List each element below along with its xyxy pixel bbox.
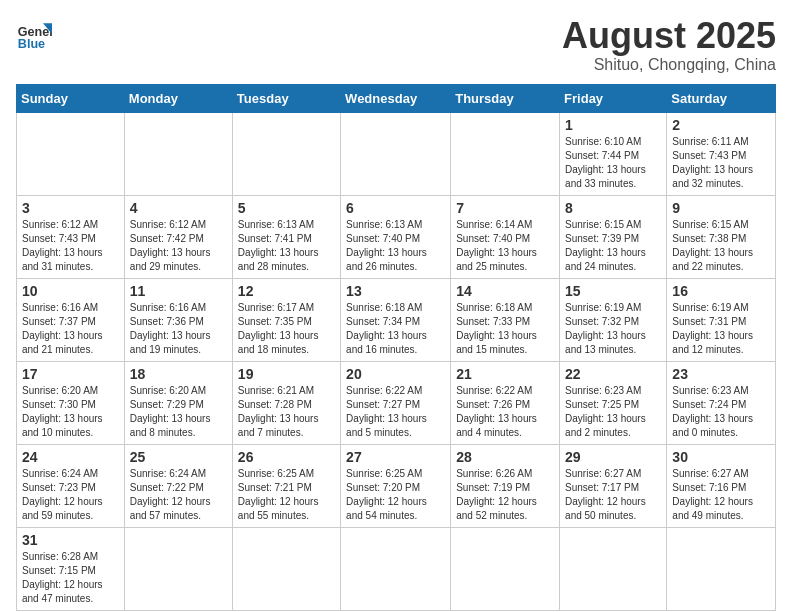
day-info: Sunrise: 6:12 AM Sunset: 7:42 PM Dayligh… — [130, 218, 227, 274]
day-number: 9 — [672, 200, 770, 216]
calendar-cell — [17, 112, 125, 195]
day-number: 29 — [565, 449, 661, 465]
day-number: 25 — [130, 449, 227, 465]
page-header: General Blue August 2025 Shituo, Chongqi… — [16, 16, 776, 74]
day-info: Sunrise: 6:27 AM Sunset: 7:16 PM Dayligh… — [672, 467, 770, 523]
day-info: Sunrise: 6:18 AM Sunset: 7:33 PM Dayligh… — [456, 301, 554, 357]
calendar-cell: 31Sunrise: 6:28 AM Sunset: 7:15 PM Dayli… — [17, 527, 125, 610]
day-number: 7 — [456, 200, 554, 216]
day-number: 23 — [672, 366, 770, 382]
day-number: 4 — [130, 200, 227, 216]
day-number: 24 — [22, 449, 119, 465]
day-info: Sunrise: 6:26 AM Sunset: 7:19 PM Dayligh… — [456, 467, 554, 523]
day-number: 27 — [346, 449, 445, 465]
weekday-header-saturday: Saturday — [667, 84, 776, 112]
calendar-cell: 18Sunrise: 6:20 AM Sunset: 7:29 PM Dayli… — [124, 361, 232, 444]
day-number: 11 — [130, 283, 227, 299]
calendar-cell: 24Sunrise: 6:24 AM Sunset: 7:23 PM Dayli… — [17, 444, 125, 527]
calendar-cell: 7Sunrise: 6:14 AM Sunset: 7:40 PM Daylig… — [451, 195, 560, 278]
calendar-cell: 22Sunrise: 6:23 AM Sunset: 7:25 PM Dayli… — [560, 361, 667, 444]
day-info: Sunrise: 6:13 AM Sunset: 7:41 PM Dayligh… — [238, 218, 335, 274]
calendar-cell — [124, 112, 232, 195]
logo: General Blue — [16, 16, 52, 52]
calendar-cell: 23Sunrise: 6:23 AM Sunset: 7:24 PM Dayli… — [667, 361, 776, 444]
day-info: Sunrise: 6:19 AM Sunset: 7:31 PM Dayligh… — [672, 301, 770, 357]
day-info: Sunrise: 6:23 AM Sunset: 7:25 PM Dayligh… — [565, 384, 661, 440]
calendar-cell: 1Sunrise: 6:10 AM Sunset: 7:44 PM Daylig… — [560, 112, 667, 195]
calendar-cell: 14Sunrise: 6:18 AM Sunset: 7:33 PM Dayli… — [451, 278, 560, 361]
day-number: 18 — [130, 366, 227, 382]
location-title: Shituo, Chongqing, China — [562, 56, 776, 74]
day-info: Sunrise: 6:10 AM Sunset: 7:44 PM Dayligh… — [565, 135, 661, 191]
day-number: 28 — [456, 449, 554, 465]
weekday-header-tuesday: Tuesday — [232, 84, 340, 112]
calendar-week-row: 10Sunrise: 6:16 AM Sunset: 7:37 PM Dayli… — [17, 278, 776, 361]
day-number: 6 — [346, 200, 445, 216]
day-info: Sunrise: 6:16 AM Sunset: 7:37 PM Dayligh… — [22, 301, 119, 357]
calendar-cell: 11Sunrise: 6:16 AM Sunset: 7:36 PM Dayli… — [124, 278, 232, 361]
calendar-cell: 17Sunrise: 6:20 AM Sunset: 7:30 PM Dayli… — [17, 361, 125, 444]
calendar-cell — [560, 527, 667, 610]
calendar-cell: 28Sunrise: 6:26 AM Sunset: 7:19 PM Dayli… — [451, 444, 560, 527]
day-info: Sunrise: 6:22 AM Sunset: 7:26 PM Dayligh… — [456, 384, 554, 440]
day-number: 19 — [238, 366, 335, 382]
day-number: 17 — [22, 366, 119, 382]
day-info: Sunrise: 6:18 AM Sunset: 7:34 PM Dayligh… — [346, 301, 445, 357]
calendar-cell: 30Sunrise: 6:27 AM Sunset: 7:16 PM Dayli… — [667, 444, 776, 527]
calendar-cell: 8Sunrise: 6:15 AM Sunset: 7:39 PM Daylig… — [560, 195, 667, 278]
day-number: 12 — [238, 283, 335, 299]
day-info: Sunrise: 6:24 AM Sunset: 7:22 PM Dayligh… — [130, 467, 227, 523]
calendar-cell: 2Sunrise: 6:11 AM Sunset: 7:43 PM Daylig… — [667, 112, 776, 195]
calendar-cell: 6Sunrise: 6:13 AM Sunset: 7:40 PM Daylig… — [341, 195, 451, 278]
title-area: August 2025 Shituo, Chongqing, China — [562, 16, 776, 74]
weekday-header-monday: Monday — [124, 84, 232, 112]
day-info: Sunrise: 6:13 AM Sunset: 7:40 PM Dayligh… — [346, 218, 445, 274]
calendar-cell: 26Sunrise: 6:25 AM Sunset: 7:21 PM Dayli… — [232, 444, 340, 527]
calendar-cell: 4Sunrise: 6:12 AM Sunset: 7:42 PM Daylig… — [124, 195, 232, 278]
calendar-cell: 12Sunrise: 6:17 AM Sunset: 7:35 PM Dayli… — [232, 278, 340, 361]
day-info: Sunrise: 6:16 AM Sunset: 7:36 PM Dayligh… — [130, 301, 227, 357]
calendar-cell — [451, 112, 560, 195]
calendar-cell — [341, 112, 451, 195]
day-info: Sunrise: 6:20 AM Sunset: 7:29 PM Dayligh… — [130, 384, 227, 440]
day-info: Sunrise: 6:12 AM Sunset: 7:43 PM Dayligh… — [22, 218, 119, 274]
weekday-header-thursday: Thursday — [451, 84, 560, 112]
calendar-cell — [232, 527, 340, 610]
calendar-cell — [124, 527, 232, 610]
weekday-header-sunday: Sunday — [17, 84, 125, 112]
day-info: Sunrise: 6:28 AM Sunset: 7:15 PM Dayligh… — [22, 550, 119, 606]
day-info: Sunrise: 6:11 AM Sunset: 7:43 PM Dayligh… — [672, 135, 770, 191]
calendar-week-row: 1Sunrise: 6:10 AM Sunset: 7:44 PM Daylig… — [17, 112, 776, 195]
calendar-cell: 15Sunrise: 6:19 AM Sunset: 7:32 PM Dayli… — [560, 278, 667, 361]
calendar-cell: 20Sunrise: 6:22 AM Sunset: 7:27 PM Dayli… — [341, 361, 451, 444]
calendar-table: SundayMondayTuesdayWednesdayThursdayFrid… — [16, 84, 776, 611]
calendar-cell: 19Sunrise: 6:21 AM Sunset: 7:28 PM Dayli… — [232, 361, 340, 444]
calendar-week-row: 24Sunrise: 6:24 AM Sunset: 7:23 PM Dayli… — [17, 444, 776, 527]
day-number: 30 — [672, 449, 770, 465]
calendar-cell — [232, 112, 340, 195]
calendar-week-row: 17Sunrise: 6:20 AM Sunset: 7:30 PM Dayli… — [17, 361, 776, 444]
day-info: Sunrise: 6:14 AM Sunset: 7:40 PM Dayligh… — [456, 218, 554, 274]
calendar-body: 1Sunrise: 6:10 AM Sunset: 7:44 PM Daylig… — [17, 112, 776, 610]
weekday-header-wednesday: Wednesday — [341, 84, 451, 112]
logo-icon: General Blue — [16, 16, 52, 52]
day-info: Sunrise: 6:22 AM Sunset: 7:27 PM Dayligh… — [346, 384, 445, 440]
day-info: Sunrise: 6:17 AM Sunset: 7:35 PM Dayligh… — [238, 301, 335, 357]
calendar-cell: 29Sunrise: 6:27 AM Sunset: 7:17 PM Dayli… — [560, 444, 667, 527]
calendar-cell — [341, 527, 451, 610]
calendar-cell: 10Sunrise: 6:16 AM Sunset: 7:37 PM Dayli… — [17, 278, 125, 361]
calendar-cell: 25Sunrise: 6:24 AM Sunset: 7:22 PM Dayli… — [124, 444, 232, 527]
calendar-cell: 5Sunrise: 6:13 AM Sunset: 7:41 PM Daylig… — [232, 195, 340, 278]
day-info: Sunrise: 6:19 AM Sunset: 7:32 PM Dayligh… — [565, 301, 661, 357]
day-number: 22 — [565, 366, 661, 382]
calendar-cell: 16Sunrise: 6:19 AM Sunset: 7:31 PM Dayli… — [667, 278, 776, 361]
day-info: Sunrise: 6:27 AM Sunset: 7:17 PM Dayligh… — [565, 467, 661, 523]
day-number: 1 — [565, 117, 661, 133]
day-number: 5 — [238, 200, 335, 216]
calendar-cell: 9Sunrise: 6:15 AM Sunset: 7:38 PM Daylig… — [667, 195, 776, 278]
day-number: 10 — [22, 283, 119, 299]
day-number: 31 — [22, 532, 119, 548]
day-number: 20 — [346, 366, 445, 382]
day-number: 13 — [346, 283, 445, 299]
day-info: Sunrise: 6:21 AM Sunset: 7:28 PM Dayligh… — [238, 384, 335, 440]
